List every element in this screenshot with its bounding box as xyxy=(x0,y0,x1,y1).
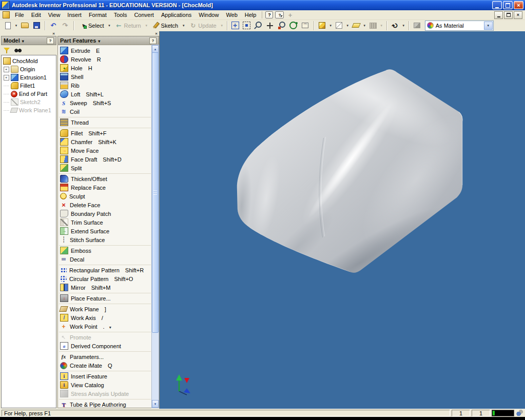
menu-file[interactable]: File xyxy=(11,11,28,18)
feature-item-work-point[interactable]: +Work Point. xyxy=(58,322,152,331)
feature-item-thicken-offset[interactable]: Thicken/Offset xyxy=(58,174,152,183)
shaded-display-dropdown-arrow[interactable] xyxy=(328,21,333,30)
feature-item-decal[interactable]: IIIIDecal xyxy=(58,255,152,264)
save-button[interactable] xyxy=(31,20,42,31)
zoom-button[interactable] xyxy=(252,20,264,31)
hidden-edge-display-button[interactable] xyxy=(334,20,345,31)
feature-item-rectangular-pattern[interactable]: Rectangular PatternShift+R xyxy=(58,266,152,274)
new-dropdown-arrow[interactable] xyxy=(14,21,18,30)
feature-item-revolve[interactable]: RevolveR xyxy=(58,55,152,64)
close-button[interactable]: × xyxy=(514,1,523,9)
feature-item-view-catalog[interactable]: iView Catalog xyxy=(58,381,152,389)
feature-item-work-plane[interactable]: Work Plane] xyxy=(58,305,152,313)
panel-close-icon[interactable] xyxy=(51,31,56,36)
pan-button[interactable] xyxy=(264,20,276,31)
feature-item-split[interactable]: Split xyxy=(58,164,152,172)
look-at-button[interactable] xyxy=(300,20,311,31)
tree-item-extrusion1[interactable]: Extrusion1 xyxy=(3,73,56,82)
feature-item-fillet[interactable]: FilletShift+F xyxy=(58,129,152,137)
feature-item-hole[interactable]: ●HoleH xyxy=(58,64,152,72)
expand-icon[interactable] xyxy=(3,65,9,73)
feature-item-place-feature[interactable]: ↓Place Feature... xyxy=(58,294,152,303)
filter-icon[interactable] xyxy=(4,47,10,53)
feature-item-derived-component[interactable]: aDerived Component xyxy=(58,342,152,350)
feature-item-coil[interactable]: ≋Coil xyxy=(58,107,152,116)
camera-view-button[interactable] xyxy=(351,20,362,31)
panel-help-icon[interactable] xyxy=(47,37,54,44)
document-icon[interactable] xyxy=(3,11,10,18)
whats-this-icon[interactable] xyxy=(275,11,284,18)
feature-item-move-face[interactable]: →Move Face xyxy=(58,146,152,155)
restore-button[interactable] xyxy=(503,1,513,9)
tree-item-chocmold[interactable]: ChocMold xyxy=(3,57,56,65)
select-button[interactable]: Select xyxy=(76,20,107,31)
feature-item-work-axis[interactable]: /Work Axis/ xyxy=(58,313,152,322)
menu-view[interactable]: View xyxy=(45,11,64,18)
panel-grip[interactable] xyxy=(1,31,56,36)
plus-box-icon[interactable] xyxy=(4,67,9,72)
panel-help-icon[interactable] xyxy=(149,37,157,44)
menu-web[interactable]: Web xyxy=(222,11,241,18)
mdi-close-button[interactable]: × xyxy=(514,11,522,19)
material-combobox[interactable]: As Material xyxy=(425,21,494,31)
feature-item-trim-surface[interactable]: Trim Surface xyxy=(58,218,152,227)
feature-item-create-imate[interactable]: Create iMateQ xyxy=(58,361,152,370)
open-button[interactable] xyxy=(19,20,30,31)
feature-item-loft[interactable]: LoftShift+L xyxy=(58,90,152,98)
menu-insert[interactable]: Insert xyxy=(64,11,85,18)
expand-icon[interactable] xyxy=(3,73,9,82)
feature-item-extend-surface[interactable]: →Extend Surface xyxy=(58,227,152,235)
tree-item-origin[interactable]: Origin xyxy=(3,65,56,73)
feature-item-sweep[interactable]: SSweepShift+S xyxy=(58,98,152,107)
feature-item-extrude[interactable]: ExtrudeE xyxy=(58,46,152,55)
feature-item-emboss[interactable]: Emboss xyxy=(58,246,152,255)
feature-item-insert-ifeature[interactable]: iInsert iFeature xyxy=(58,372,152,381)
panel-grip[interactable] xyxy=(57,31,159,36)
mdi-minimize-button[interactable] xyxy=(494,11,503,19)
feature-item-boundary-patch[interactable]: Boundary Patch xyxy=(58,209,152,218)
plus-box-icon[interactable] xyxy=(4,75,9,81)
feature-item-stitch-surface[interactable]: ┆Stitch Surface xyxy=(58,235,152,244)
view-rotate-dropdown-arrow[interactable] xyxy=(401,21,406,30)
tree-item-end-of-part[interactable]: End of Part xyxy=(3,90,56,98)
scroll-up-icon[interactable]: ▲ xyxy=(152,45,159,53)
scrollbar-thumb[interactable] xyxy=(152,52,159,333)
feature-item-thread[interactable]: Thread xyxy=(58,118,152,127)
camera-view-dropdown-arrow[interactable] xyxy=(362,21,367,30)
find-binoculars-icon[interactable] xyxy=(14,47,22,53)
model-panel-header[interactable]: Model xyxy=(1,36,56,45)
tree-item-fillet1[interactable]: Fillet1 xyxy=(3,82,56,90)
menu-convert[interactable]: Convert xyxy=(130,11,158,18)
undo-button[interactable] xyxy=(48,20,59,31)
sketch-dropdown-arrow[interactable] xyxy=(181,21,186,30)
feature-item-chamfer[interactable]: ChamferShift+K xyxy=(58,137,152,146)
sketch-button[interactable]: Sketch xyxy=(149,20,181,31)
menu-window[interactable]: Window xyxy=(195,11,222,18)
menu-applications[interactable]: Applications xyxy=(158,11,195,18)
menu-edit[interactable]: Edit xyxy=(28,11,45,18)
menu-tools[interactable]: Tools xyxy=(110,11,131,18)
rotate-button[interactable] xyxy=(288,20,299,31)
feature-item-parameters[interactable]: fxParameters... xyxy=(58,352,152,361)
feature-item-tube-pipe-authoring[interactable]: TTube & Pipe Authoring xyxy=(58,400,152,408)
scroll-down-icon[interactable]: ▼ xyxy=(152,400,159,408)
select-dropdown-arrow[interactable] xyxy=(107,21,112,30)
hidden-edge-dropdown-arrow[interactable] xyxy=(345,21,350,30)
viewport-3d[interactable] xyxy=(159,31,525,409)
shaded-display-button[interactable] xyxy=(317,20,328,31)
menu-format[interactable]: Format xyxy=(85,11,110,18)
feature-item-rib[interactable]: Rib xyxy=(58,81,152,90)
new-button[interactable] xyxy=(2,20,13,31)
help-icon[interactable] xyxy=(265,11,273,18)
feature-item-face-draft[interactable]: Face DraftShift+D xyxy=(58,155,152,164)
mdi-restore-button[interactable] xyxy=(504,11,513,19)
zoom-window-button[interactable] xyxy=(241,20,252,31)
model-chocmold[interactable] xyxy=(160,31,525,409)
feature-item-mirror[interactable]: MirrorShift+M xyxy=(58,283,152,292)
features-panel-header[interactable]: Part Features xyxy=(57,36,159,45)
feature-item-sculpt[interactable]: Sculpt xyxy=(58,192,152,201)
dropdown-arrow-icon[interactable] xyxy=(109,324,111,330)
feature-item-circular-pattern[interactable]: Circular PatternShift+O xyxy=(58,274,152,283)
zoom-selected-button[interactable] xyxy=(276,20,287,31)
feature-item-replace-face[interactable]: Replace Face xyxy=(58,183,152,192)
